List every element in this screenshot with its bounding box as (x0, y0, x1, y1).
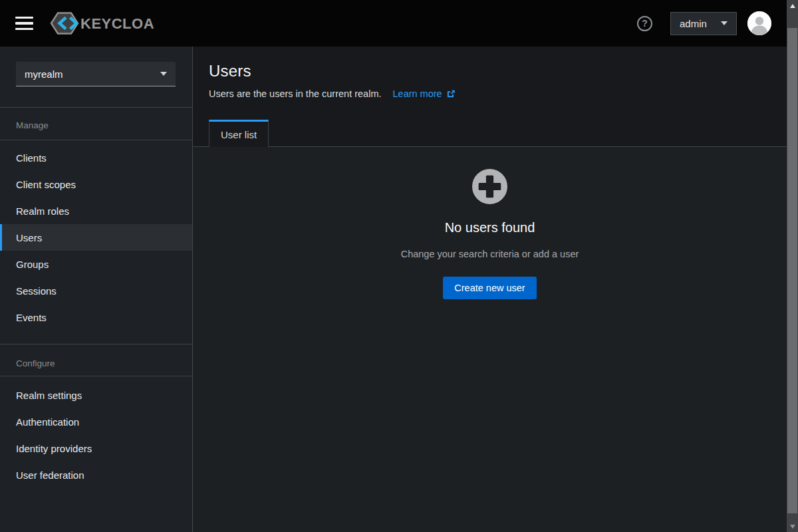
learn-more-label: Learn more (393, 88, 442, 99)
section-label-manage: Manage (16, 120, 49, 130)
user-menu-dropdown[interactable]: admin (670, 12, 737, 35)
masthead: KEYCLOAK ? admin (0, 0, 787, 47)
page-header: Users Users are the users in the current… (193, 61, 787, 100)
sidebar-item-label: User federation (16, 469, 84, 481)
sidebar-item-label: Client scopes (16, 179, 76, 190)
divider (0, 376, 192, 376)
sidebar-item-label: Realm settings (16, 390, 82, 401)
arrow-up-icon (790, 4, 795, 8)
divider (0, 107, 192, 108)
tab-bar: User list (193, 120, 787, 147)
sidebar-item-events[interactable]: Events (0, 304, 192, 331)
sidebar-item-label: Realm roles (16, 205, 69, 217)
section-label-configure: Configure (16, 358, 55, 368)
divider (0, 344, 192, 344)
scrollbar-up-button[interactable] (787, 0, 798, 11)
sidebar-item-authentication[interactable]: Authentication (0, 408, 192, 435)
keycloak-logo: KEYCLOAK (50, 10, 155, 37)
page-title: Users (209, 61, 771, 81)
vertical-scrollbar[interactable] (787, 0, 798, 532)
realm-selector-value: myrealm (25, 68, 63, 80)
sidebar: myrealm Manage Clients Client scopes Rea… (0, 47, 193, 532)
sidebar-item-user-federation[interactable]: User federation (0, 462, 192, 488)
sidebar-item-label: Events (16, 312, 47, 323)
user-menu-label: admin (680, 18, 707, 29)
sidebar-item-clients[interactable]: Clients (0, 144, 192, 171)
empty-state-description: Change your search criteria or add a use… (401, 249, 579, 259)
masthead-actions: ? admin (637, 11, 771, 35)
hamburger-menu-icon[interactable] (15, 17, 33, 31)
help-icon[interactable]: ? (637, 16, 652, 31)
sidebar-item-label: Sessions (16, 285, 57, 297)
sidebar-item-identity-providers[interactable]: Identity providers (0, 435, 192, 462)
create-new-user-button[interactable]: Create new user (443, 277, 536, 299)
divider (0, 140, 192, 140)
tab-user-list[interactable]: User list (209, 120, 269, 147)
scrollbar-thumb[interactable] (787, 28, 797, 513)
sidebar-item-label: Identity providers (16, 443, 92, 454)
sidebar-item-realm-roles[interactable]: Realm roles (0, 198, 192, 224)
external-link-icon (446, 89, 456, 98)
tab-label: User list (221, 129, 257, 140)
realm-selector[interactable]: myrealm (16, 62, 176, 86)
chevron-down-icon (721, 21, 728, 25)
keycloak-admin-console: KEYCLOAK ? admin myrealm (0, 0, 798, 532)
user-avatar-icon (747, 11, 771, 35)
empty-state: No users found Change your search criter… (193, 147, 787, 299)
sidebar-item-client-scopes[interactable]: Client scopes (0, 171, 192, 198)
sidebar-item-realm-settings[interactable]: Realm settings (0, 382, 192, 408)
sidebar-item-label: Users (16, 232, 42, 243)
sidebar-item-label: Clients (16, 152, 47, 164)
nav-configure: Realm settings Authentication Identity p… (0, 382, 192, 488)
sidebar-item-label: Authentication (16, 416, 79, 428)
learn-more-link[interactable]: Learn more (393, 88, 456, 99)
help-glyph: ? (642, 19, 648, 28)
empty-state-title: No users found (445, 220, 535, 235)
main-content: Users Users are the users in the current… (193, 47, 787, 532)
sidebar-item-groups[interactable]: Groups (0, 251, 192, 277)
tab-content: No users found Change your search criter… (193, 147, 787, 532)
sidebar-item-sessions[interactable]: Sessions (0, 277, 192, 304)
brand-text: KEYCLOAK (80, 15, 155, 32)
page-subtitle-row: Users are the users in the current realm… (209, 87, 771, 100)
arrow-down-icon (790, 525, 795, 529)
sidebar-item-users[interactable]: Users (0, 224, 192, 251)
plus-circle-icon (472, 169, 507, 204)
page-header-band: Users Users are the users in the current… (193, 47, 787, 147)
logo-hexagon (51, 13, 78, 34)
chevron-down-icon (160, 72, 167, 76)
page-subtitle: Users are the users in the current realm… (209, 88, 382, 99)
nav-manage: Clients Client scopes Realm roles Users … (0, 144, 192, 331)
scrollbar-down-button[interactable] (787, 521, 798, 532)
avatar[interactable] (747, 11, 771, 35)
sidebar-item-label: Groups (16, 259, 49, 270)
